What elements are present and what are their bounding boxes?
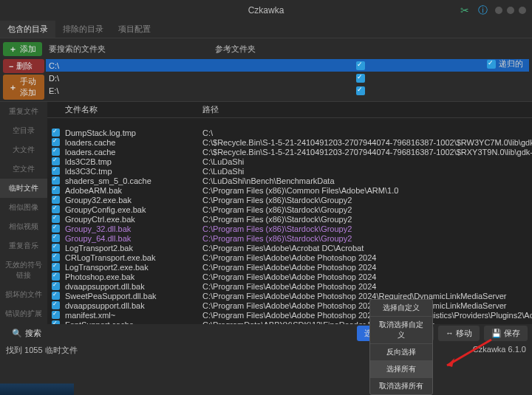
checkbox-icon[interactable]	[52, 320, 60, 324]
add-button[interactable]: ＋添加	[3, 42, 42, 56]
checkbox-icon	[356, 86, 365, 95]
checkbox-icon[interactable]	[52, 272, 60, 281]
header-search-folder: 要搜索的文件夹	[49, 44, 215, 55]
desktop-edge	[0, 383, 74, 395]
table-row[interactable]: LogTransport2.exe.bakC:\Program Files\Ad…	[47, 262, 532, 272]
checkbox-icon[interactable]	[52, 157, 60, 165]
delete-button[interactable]: −删除	[3, 59, 44, 73]
dropdown-item[interactable]: 选择所有	[370, 361, 432, 378]
save-button[interactable]: 💾保存	[484, 326, 528, 341]
sidebar-item[interactable]: 空文件	[0, 159, 47, 179]
tab-included[interactable]: 包含的目录	[0, 21, 55, 38]
sidebar-item[interactable]: 空目录	[0, 121, 47, 140]
header-ref-folder: 参考文件夹	[215, 44, 256, 55]
checkbox-icon	[487, 60, 496, 69]
checkbox-icon[interactable]	[52, 138, 60, 146]
search-button[interactable]: 🔍搜索	[4, 326, 49, 341]
close-button[interactable]	[519, 7, 526, 14]
folder-row[interactable]: C:\	[46, 59, 529, 72]
table-row[interactable]: shaders_sm_5_0.cacheC:\LuDaShi\nBench\Be…	[47, 176, 532, 185]
checkbox-icon[interactable]	[52, 244, 60, 252]
checkbox-icon[interactable]	[52, 311, 60, 319]
sidebar-item[interactable]: 临时文件	[0, 179, 47, 198]
titlebar: Czkawka ✂ ⓘ	[0, 0, 532, 21]
dropdown-item[interactable]: 取消选择自定义	[370, 317, 432, 344]
info-icon[interactable]: ⓘ	[478, 4, 488, 17]
manual-add-button[interactable]: ＋手动添加	[3, 75, 44, 100]
col-path[interactable]: 路径	[202, 104, 532, 115]
move-icon: ↔	[446, 329, 454, 337]
table-row[interactable]: Groupy32.exe.bakC:\Program Files (x86)\S…	[47, 195, 532, 205]
sidebar-item[interactable]: 错误的扩展	[0, 304, 47, 323]
table-row[interactable]: AdobeARM.bakC:\Program Files (x86)\Commo…	[47, 185, 532, 195]
sidebar-item[interactable]: 相似视频	[0, 217, 47, 236]
table-row[interactable]: LogTransport2.bakC:\Program Files\Adobe\…	[47, 243, 532, 253]
minimize-button[interactable]	[495, 7, 502, 14]
dropdown-item[interactable]: 选择自定义	[370, 300, 432, 317]
folder-row[interactable]: E:\	[46, 84, 529, 97]
checkbox-icon[interactable]	[52, 186, 60, 194]
checkbox-icon[interactable]	[52, 205, 60, 213]
table-row[interactable]: Groupy_32.dll.bakC:\Program Files (x86)\…	[47, 224, 532, 233]
checkbox-icon[interactable]	[52, 128, 60, 137]
save-icon: 💾	[491, 329, 502, 338]
table-row[interactable]: manifest.xml~C:\Program Files\Adobe\Adob…	[47, 310, 532, 320]
sidebar-item[interactable]: 相似图像	[0, 198, 47, 217]
move-button[interactable]: ↔移动	[438, 326, 480, 341]
checkbox-icon[interactable]	[52, 196, 60, 204]
status-bar: 找到 1055 临时文件 Czkawka 6.1.0	[0, 342, 532, 359]
checkbox-icon[interactable]	[52, 215, 60, 223]
table-row[interactable]: lds3C2B.tmpC:\LuDaShi	[47, 157, 532, 166]
sidebar-item[interactable]: 重复文件	[0, 102, 47, 121]
table-row[interactable]: CRLogTransport.exe.bakC:\Program Files\A…	[47, 253, 532, 262]
table-row[interactable]: SweetPeaSupport.dll.bakC:\Program Files\…	[47, 291, 532, 300]
table-row[interactable]: DumpStack.log.tmpC:\	[47, 128, 532, 137]
checkbox-icon[interactable]	[52, 301, 60, 309]
content: 文件名称 路径 DumpStack.log.tmpC:\loaders.cach…	[47, 102, 532, 324]
checkbox-icon[interactable]	[52, 224, 60, 233]
table-rows[interactable]: DumpStack.log.tmpC:\loaders.cacheC:\$Rec…	[47, 118, 532, 324]
main-area: 重复文件空目录大文件空文件临时文件相似图像相似视频重复音乐无效的符号链接损坏的文…	[0, 101, 532, 324]
folder-headers: 要搜索的文件夹 参考文件夹	[44, 42, 256, 56]
checkbox-icon[interactable]	[52, 253, 60, 261]
table-row[interactable]: lds3C3C.tmpC:\LuDaShi	[47, 166, 532, 176]
dropdown-item[interactable]: 取消选择所有	[370, 378, 432, 394]
table-row[interactable]: loaders.cacheC:\$Recycle.Bin\S-1-5-21-24…	[47, 147, 532, 157]
checkbox-icon[interactable]	[52, 292, 60, 300]
table-header: 文件名称 路径	[47, 102, 532, 118]
checkbox-icon[interactable]	[52, 263, 60, 271]
col-name[interactable]: 文件名称	[65, 104, 202, 115]
checkbox-icon[interactable]	[52, 176, 60, 185]
toolbar: ＋添加 要搜索的文件夹 参考文件夹	[0, 38, 532, 59]
checkbox-icon[interactable]	[52, 234, 60, 242]
tab-exclude-items[interactable]: 项目配置	[111, 21, 158, 38]
recursive-checkbox[interactable]: 递归的	[487, 58, 523, 69]
table-row[interactable]: dvaappsupport.dll.bakC:\Program Files\Ad…	[47, 300, 532, 310]
maximize-button[interactable]	[507, 7, 514, 14]
minus-icon: −	[9, 62, 13, 71]
sidebar-item[interactable]: 损坏的文件	[0, 285, 47, 304]
folder-list: C:\D:\E:\	[46, 59, 529, 100]
sidebar-item[interactable]: 大文件	[0, 140, 47, 159]
table-row[interactable]: loaders.cacheC:\$Recycle.Bin\S-1-5-21-24…	[47, 137, 532, 147]
table-row[interactable]: Groupy_64.dll.bakC:\Program Files (x86)\…	[47, 233, 532, 243]
plus-icon: ＋	[9, 82, 17, 93]
table-row[interactable]: Photoshop.exe.bakC:\Program Files\Adobe\…	[47, 272, 532, 281]
tabs: 包含的目录 排除的目录 项目配置	[0, 21, 532, 38]
scissors-icon[interactable]: ✂	[460, 4, 469, 16]
checkbox-icon[interactable]	[52, 148, 60, 156]
dropdown-item[interactable]: 反向选择	[370, 344, 432, 361]
table-row[interactable]: GroupyConfig.exe.bakC:\Program Files (x8…	[47, 205, 532, 214]
folder-row[interactable]: D:\	[46, 72, 529, 84]
table-row[interactable]: GroupyCtrl.exe.bakC:\Program Files (x86)…	[47, 214, 532, 224]
table-row[interactable]: FontSupport.cacheC:\ProgramData\ABBYY\SD…	[47, 320, 532, 324]
checkbox-icon[interactable]	[52, 282, 60, 290]
plus-icon: ＋	[9, 44, 17, 55]
table-row[interactable]: dvaappsupport.dll.bakC:\Program Files\Ad…	[47, 281, 532, 291]
sidebar-item[interactable]: 重复音乐	[0, 236, 47, 255]
select-dropdown: 选择自定义取消选择自定义反向选择选择所有取消选择所有	[369, 299, 433, 395]
table-row[interactable]	[47, 118, 532, 128]
tab-excluded[interactable]: 排除的目录	[55, 21, 111, 38]
checkbox-icon[interactable]	[52, 167, 60, 175]
sidebar-item[interactable]: 无效的符号链接	[0, 255, 47, 285]
